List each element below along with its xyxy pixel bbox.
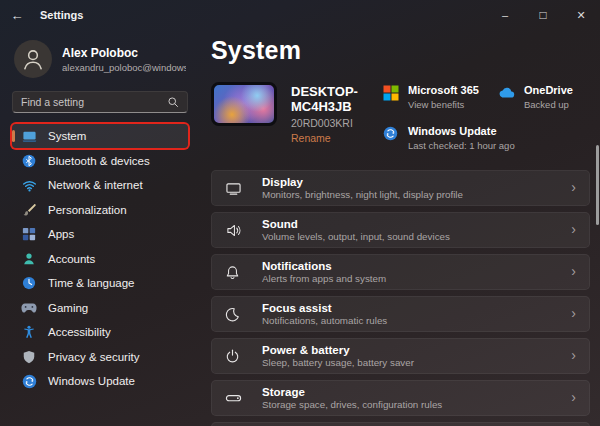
- sidebar-item-personalization[interactable]: Personalization: [12, 198, 188, 222]
- search-box[interactable]: [12, 91, 188, 113]
- status-card-onedrive[interactable]: OneDriveBacked up: [498, 84, 586, 110]
- bluetooth-icon: [21, 153, 37, 169]
- windows-update-icon: [382, 125, 399, 142]
- status-subtitle: Backed up: [524, 99, 573, 110]
- row-subtitle: Alerts from apps and system: [262, 273, 386, 284]
- sidebar-item-privacy-security[interactable]: Privacy & security: [12, 345, 188, 369]
- sidebar-item-label: Windows Update: [48, 375, 135, 387]
- personalization-icon: [21, 202, 37, 218]
- gaming-icon: [21, 300, 37, 316]
- device-thumbnail: [211, 82, 277, 126]
- back-button[interactable]: ←: [0, 8, 34, 23]
- sidebar-item-system[interactable]: System: [12, 124, 188, 148]
- sidebar: Alex Poloboc alexandru_poloboc@windowsre…: [0, 30, 198, 426]
- sidebar-item-windows-update[interactable]: Windows Update: [12, 369, 188, 393]
- sidebar-item-label: Gaming: [48, 302, 88, 314]
- row-subtitle: Storage space, drives, configuration rul…: [262, 399, 442, 410]
- row-title: Notifications: [262, 260, 386, 272]
- microsoft-365-icon: [382, 84, 399, 101]
- row-subtitle: Monitors, brightness, night light, displ…: [262, 189, 463, 200]
- sidebar-item-accounts[interactable]: Accounts: [12, 247, 188, 271]
- minimize-button[interactable]: –: [486, 0, 524, 30]
- search-input[interactable]: [21, 96, 167, 108]
- chevron-right-icon: ›: [571, 390, 576, 406]
- status-title: Windows Update: [408, 125, 515, 137]
- sidebar-item-label: Personalization: [48, 204, 127, 216]
- chevron-right-icon: ›: [571, 306, 576, 322]
- user-profile[interactable]: Alex Poloboc alexandru_poloboc@windowsre…: [14, 40, 186, 78]
- chevron-right-icon: ›: [571, 222, 576, 238]
- search-icon: [167, 96, 179, 108]
- sidebar-item-label: Network & internet: [48, 179, 143, 191]
- sidebar-item-label: Privacy & security: [48, 351, 139, 363]
- main-content: System DESKTOP-MC4H3JB 20RD003KRI Rename…: [198, 30, 600, 426]
- settings-row-power-battery[interactable]: Power & batterySleep, battery usage, bat…: [211, 338, 590, 374]
- status-subtitle: Last checked: 1 hour ago: [408, 140, 515, 151]
- status-title: Microsoft 365: [408, 84, 479, 96]
- row-text: SoundVolume levels, output, input, sound…: [262, 218, 450, 242]
- settings-rows: DisplayMonitors, brightness, night light…: [211, 170, 590, 426]
- accounts-icon: [21, 251, 37, 267]
- settings-row-focus-assist[interactable]: Focus assistNotifications, automatic rul…: [211, 296, 590, 332]
- notifications-icon: [225, 265, 245, 280]
- chevron-right-icon: ›: [571, 180, 576, 196]
- row-subtitle: Sleep, battery usage, battery saver: [262, 357, 414, 368]
- sidebar-item-accessibility[interactable]: Accessibility: [12, 320, 188, 344]
- settings-row-storage[interactable]: StorageStorage space, drives, configurat…: [211, 380, 590, 416]
- sidebar-item-label: Apps: [48, 228, 74, 240]
- titlebar: ← Settings – □ ✕: [0, 0, 600, 30]
- profile-text: Alex Poloboc alexandru_poloboc@windowsre…: [62, 46, 186, 73]
- sidebar-item-label: System: [48, 130, 86, 142]
- network-icon: [21, 177, 37, 193]
- row-subtitle: Notifications, automatic rules: [262, 315, 387, 326]
- profile-name: Alex Poloboc: [62, 46, 186, 60]
- status-card-microsoft-365[interactable]: Microsoft 365View benefits: [382, 84, 470, 110]
- rename-link[interactable]: Rename: [291, 132, 372, 144]
- sidebar-item-label: Bluetooth & devices: [48, 155, 150, 167]
- privacy-security-icon: [21, 349, 37, 365]
- close-button[interactable]: ✕: [562, 0, 600, 30]
- window-controls: – □ ✕: [486, 0, 600, 30]
- row-title: Power & battery: [262, 344, 414, 356]
- sidebar-item-time-language[interactable]: Time & language: [12, 271, 188, 295]
- accessibility-icon: [21, 324, 37, 340]
- page-title: System: [211, 36, 590, 65]
- sidebar-nav: SystemBluetooth & devicesNetwork & inter…: [12, 124, 188, 393]
- status-text: OneDriveBacked up: [524, 84, 573, 110]
- device-model: 20RD003KRI: [291, 117, 372, 129]
- device-name: DESKTOP-MC4H3JB: [291, 84, 372, 114]
- status-cards: Microsoft 365View benefitsOneDriveBacked…: [372, 82, 590, 151]
- settings-row-display[interactable]: DisplayMonitors, brightness, night light…: [211, 170, 590, 206]
- status-text: Microsoft 365View benefits: [408, 84, 479, 110]
- chevron-right-icon: ›: [571, 348, 576, 364]
- sidebar-item-bluetooth-devices[interactable]: Bluetooth & devices: [12, 149, 188, 173]
- sidebar-item-network-internet[interactable]: Network & internet: [12, 173, 188, 197]
- row-text: Focus assistNotifications, automatic rul…: [262, 302, 387, 326]
- settings-row-sound[interactable]: SoundVolume levels, output, input, sound…: [211, 212, 590, 248]
- device-section: DESKTOP-MC4H3JB 20RD003KRI Rename Micros…: [211, 82, 590, 151]
- row-title: Display: [262, 176, 463, 188]
- row-subtitle: Volume levels, output, input, sound devi…: [262, 231, 450, 242]
- avatar: [14, 40, 52, 78]
- sidebar-item-apps[interactable]: Apps: [12, 222, 188, 246]
- row-title: Focus assist: [262, 302, 387, 314]
- status-card-windows-update[interactable]: Windows UpdateLast checked: 1 hour ago: [382, 125, 470, 151]
- windows-update-icon: [21, 373, 37, 389]
- status-text: Windows UpdateLast checked: 1 hour ago: [408, 125, 515, 151]
- row-text: StorageStorage space, drives, configurat…: [262, 386, 442, 410]
- sidebar-item-label: Accessibility: [48, 326, 111, 338]
- power-battery-icon: [225, 349, 245, 364]
- display-icon: [225, 181, 245, 196]
- row-title: Storage: [262, 386, 442, 398]
- row-text: Power & batterySleep, battery usage, bat…: [262, 344, 414, 368]
- settings-row-notifications[interactable]: NotificationsAlerts from apps and system…: [211, 254, 590, 290]
- sidebar-item-gaming[interactable]: Gaming: [12, 296, 188, 320]
- profile-email: alexandru_poloboc@windowsreport...: [62, 62, 186, 73]
- settings-row-nearby-sharing[interactable]: Nearby sharing›: [211, 422, 590, 426]
- maximize-button[interactable]: □: [524, 0, 562, 30]
- system-icon: [21, 128, 37, 144]
- chevron-right-icon: ›: [571, 264, 576, 280]
- scrollbar-thumb[interactable]: [596, 145, 599, 225]
- device-info: DESKTOP-MC4H3JB 20RD003KRI Rename: [291, 82, 372, 144]
- status-subtitle: View benefits: [408, 99, 479, 110]
